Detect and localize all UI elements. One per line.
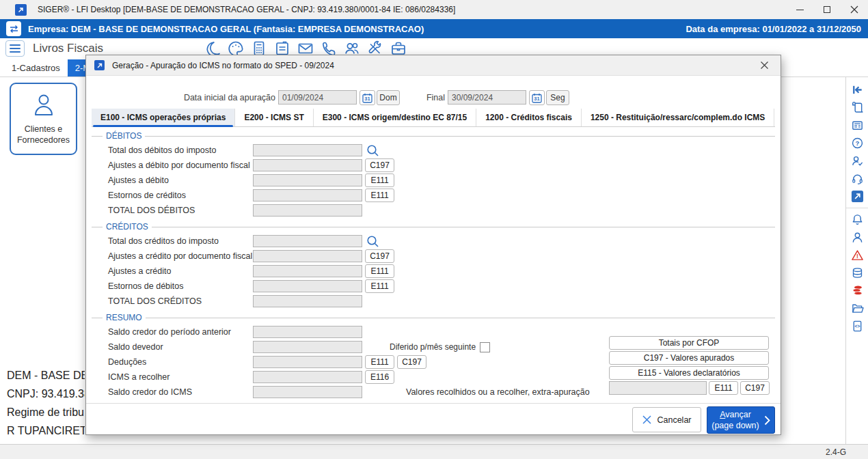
calendar-icon: 31	[531, 92, 543, 104]
diferido-checkbox[interactable]	[480, 342, 490, 352]
start-date-input[interactable]	[278, 90, 357, 105]
diferido-label: Diferido p/mês seguinte	[390, 342, 476, 352]
tab-1250[interactable]: 1250 - Restituição/ressarc/complem.do IC…	[582, 109, 774, 126]
field-row: Total dos créditos do imposto	[92, 234, 775, 249]
dialog-close-button[interactable]	[757, 59, 771, 72]
c197-button[interactable]: C197	[740, 381, 770, 395]
c197-button[interactable]: C197	[365, 249, 394, 263]
start-calendar-button[interactable]: 31	[360, 90, 375, 105]
search-icon[interactable]	[366, 144, 379, 157]
totais-cfop-button[interactable]: Totais por CFOP	[609, 336, 769, 350]
swap-company-icon[interactable]	[6, 21, 21, 36]
module-title: Livros Fiscais	[33, 42, 103, 55]
launch-active-icon[interactable]	[851, 190, 864, 203]
field-label: Ajustes a débito por documento fiscal	[92, 161, 253, 170]
company-name: Empresa: DEM - BASE DE DEMONSTRACAO GERA…	[28, 24, 424, 34]
e111-button[interactable]: E111	[709, 381, 738, 395]
field-label: Saldo credor do período anterior	[92, 327, 253, 337]
field-row: Ajustes a débito E111	[92, 173, 775, 188]
search-icon[interactable]	[366, 235, 379, 248]
total-creditos-imposto-input[interactable]	[253, 235, 362, 247]
bell-icon[interactable]	[851, 213, 864, 226]
folder-open-icon[interactable]	[851, 302, 864, 315]
estornos-debitos-input[interactable]	[253, 280, 362, 292]
field-label: Ajustes a crédito por documento fiscal	[92, 251, 253, 261]
section-debitos: DÉBITOS Total dos débitos do imposto Aju…	[92, 136, 775, 218]
estornos-creditos-input[interactable]	[253, 189, 362, 201]
scroll-icon[interactable]	[851, 101, 864, 114]
close-button[interactable]	[841, 0, 868, 19]
tab-e100[interactable]: E100 - ICMS operações próprias	[92, 109, 235, 126]
field-label: Ajustes a crédito	[92, 266, 253, 276]
newspaper-icon[interactable]	[851, 119, 864, 132]
dialog-icon	[94, 60, 105, 70]
field-label: TOTAL DOS CRÉDITOS	[92, 296, 253, 306]
field-row: Ajustes a crédito por documento fiscal C…	[92, 249, 775, 264]
company-info-line: R TUPANCIRET	[7, 421, 85, 440]
total-debitos-imposto-input[interactable]	[253, 144, 362, 156]
tab-e200[interactable]: E200 - ICMS ST	[235, 109, 313, 126]
ajustes-credito-doc-input[interactable]	[253, 250, 362, 262]
tab-1200[interactable]: 1200 - Créditos fiscais	[476, 109, 582, 126]
e111-button[interactable]: E111	[365, 279, 394, 293]
file-code-icon[interactable]: <>	[851, 320, 864, 333]
ajustes-debito-doc-input[interactable]	[253, 159, 362, 171]
company-info-line: DEM - BASE DE	[7, 366, 85, 385]
field-label: Total dos créditos do imposto	[92, 236, 253, 246]
hamburger-menu-button[interactable]	[5, 40, 25, 57]
field-label: TOTAL DOS DÉBITOS	[92, 206, 253, 215]
deducoes-input[interactable]	[253, 356, 362, 368]
icms-a-recolher-input[interactable]	[253, 371, 362, 383]
field-row: TOTAL DOS CRÉDITOS	[92, 294, 775, 309]
e111-button[interactable]: E111	[365, 355, 394, 369]
field-row: Estornos de créditos E111	[92, 188, 775, 203]
advance-button[interactable]: Avançar (page down)	[707, 406, 775, 434]
e111-button[interactable]: E111	[365, 173, 394, 187]
user-check-icon[interactable]	[851, 154, 864, 167]
company-info-block: DEM - BASE DE CNPJ: 93.419.38 Regime de …	[7, 366, 85, 440]
field-label: Total dos débitos do imposto	[92, 145, 253, 155]
c197-button[interactable]: C197	[365, 158, 394, 172]
warning-icon[interactable]: !	[851, 249, 864, 262]
tab-e300[interactable]: E300 - ICMS origem/destino EC 87/15	[314, 109, 476, 126]
collapse-left-icon[interactable]	[851, 83, 864, 96]
clientes-fornecedores-tile[interactable]: Clientes eFornecedores	[10, 83, 77, 155]
field-label: ICMS a recolher	[92, 372, 253, 382]
start-weekday-button[interactable]: Dom	[377, 90, 400, 105]
e115-valores-declaratorios-button[interactable]: E115 - Valores declaratórios	[609, 366, 769, 380]
headset-icon[interactable]	[851, 172, 864, 185]
end-calendar-button[interactable]: 31	[529, 90, 545, 105]
app-icon	[15, 4, 27, 16]
calendar-icon: 31	[362, 92, 373, 104]
database-red-icon[interactable]	[851, 284, 864, 297]
extra-apuracao-input[interactable]	[609, 381, 707, 395]
e111-button[interactable]: E111	[365, 189, 394, 202]
cancel-button[interactable]: Cancelar	[632, 407, 701, 432]
saldo-devedor-input[interactable]	[253, 341, 362, 353]
right-sidebar: ? ! <>	[845, 77, 868, 444]
svg-text:?: ?	[855, 139, 859, 147]
help-icon[interactable]: ?	[851, 137, 864, 150]
c197-valores-apurados-button[interactable]: C197 - Valores apurados	[609, 351, 769, 365]
section-title: CRÉDITOS	[103, 222, 152, 232]
database-icon[interactable]	[851, 266, 864, 279]
e116-button[interactable]: E116	[365, 370, 394, 384]
minimize-button[interactable]	[786, 0, 813, 19]
end-date-input[interactable]	[448, 90, 526, 105]
e111-button[interactable]: E111	[365, 264, 394, 278]
end-weekday-button[interactable]: Seg	[546, 90, 569, 105]
ajustes-credito-input[interactable]	[253, 265, 362, 277]
ajustes-debito-input[interactable]	[253, 174, 362, 186]
user-icon[interactable]	[851, 231, 864, 244]
saldo-credor-icms-input[interactable]	[253, 386, 362, 398]
tab-cadastros[interactable]: 1-Cadastros	[4, 59, 68, 76]
company-date-range: Data da empresa: 01/01/2022 a 31/12/2050	[686, 24, 861, 34]
c197-button[interactable]: C197	[397, 355, 426, 369]
version-label: 2.4-G	[826, 447, 846, 457]
field-row: Ajustes a débito por documento fiscal C1…	[92, 158, 775, 173]
maximize-button[interactable]	[813, 0, 841, 19]
saldo-credor-anterior-input[interactable]	[253, 326, 362, 338]
total-debitos-input[interactable]	[253, 204, 362, 217]
field-label: Deduções	[92, 357, 253, 367]
total-creditos-input[interactable]	[253, 295, 362, 307]
